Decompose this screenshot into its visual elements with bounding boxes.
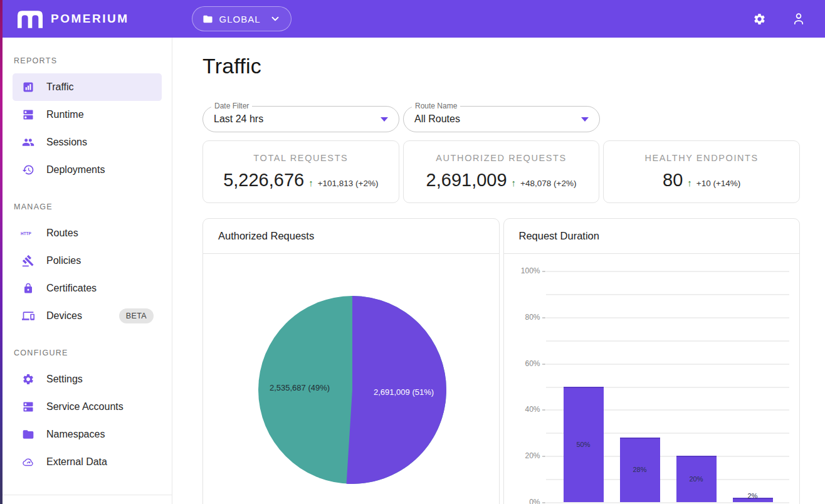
grid-line (546, 294, 789, 295)
sidebar-section-label: MANAGE (3, 184, 172, 219)
sidebar-item-sessions[interactable]: Sessions (13, 129, 162, 156)
stat-value-row: 5,226,676↑+101,813 (+2%) (223, 170, 378, 191)
page-title: Traffic (202, 54, 800, 78)
settings-gear-icon[interactable] (753, 13, 766, 26)
sidebar-item-runtime[interactable]: Runtime (13, 101, 162, 129)
people-icon (21, 136, 36, 149)
global-namespace-button[interactable]: GLOBAL (192, 6, 292, 31)
y-axis-tick-mark (542, 364, 545, 365)
grid-line (546, 317, 789, 318)
stat-value: 2,691,009 (426, 170, 507, 191)
pie-chart: 2,691,009 (51%)2,535,687 (49%) (203, 254, 499, 504)
stat-delta: +48,078 (+2%) (520, 179, 576, 188)
gavel-icon (21, 255, 36, 267)
top-bar: POMERIUM GLOBAL (3, 0, 825, 38)
stat-label: HEALTHY ENDPOINTS (644, 153, 758, 163)
y-axis-tick-mark (542, 271, 545, 272)
top-bar-actions (753, 11, 806, 26)
dns-icon (21, 108, 36, 121)
y-axis-tick-label: 0% (510, 498, 540, 504)
stat-value-row: 2,691,009↑+48,078 (+2%) (426, 170, 577, 191)
sidebar-item-label: Policies (46, 255, 81, 266)
stat-value: 5,226,676 (223, 170, 304, 191)
grid-line (546, 271, 789, 272)
history-icon (21, 164, 36, 176)
beta-badge: BETA (119, 308, 154, 323)
sidebar-item-label: Traffic (46, 81, 74, 93)
select-date-filter[interactable]: Date FilterLast 24 hrs (202, 106, 399, 132)
stat-label: TOTAL REQUESTS (253, 153, 348, 163)
http-icon: HTTP (21, 227, 36, 239)
bar-chart-icon (21, 81, 36, 93)
stat-delta: +101,813 (+2%) (318, 179, 379, 188)
y-axis-tick-mark (542, 409, 545, 411)
bar-value-label: 50% (564, 441, 604, 448)
cloud-sync-icon (21, 456, 36, 468)
y-axis-tick-label: 60% (510, 359, 540, 368)
grid-line (546, 364, 789, 365)
chevron-down-icon (270, 13, 281, 24)
lock-icon (21, 282, 36, 295)
stat-delta: +10 (+14%) (696, 179, 741, 188)
select-label: Date Filter (211, 102, 252, 110)
sidebar-item-routes[interactable]: HTTPRoutes (13, 219, 162, 247)
pomerium-logo-icon (16, 9, 44, 28)
stat-card-total-requests: TOTAL REQUESTS5,226,676↑+101,813 (+2%) (202, 140, 399, 203)
stat-label: AUTHORIZED REQUESTS (436, 153, 566, 163)
account-person-icon[interactable] (791, 11, 806, 26)
brand-name: POMERIUM (51, 12, 129, 26)
folder-icon (21, 428, 36, 441)
sidebar-item-deployments[interactable]: Deployments (13, 156, 162, 184)
authorized-requests-chart-card: Authorized Requests 2,691,009 (51%)2,535… (202, 218, 500, 504)
trend-up-arrow-icon: ↑ (687, 177, 692, 188)
sidebar-item-service-accounts[interactable]: Service Accounts (13, 393, 162, 421)
y-axis-tick-label: 100% (510, 266, 540, 275)
sidebar-section-manage: MANAGEHTTPRoutesPoliciesCertificatesDevi… (3, 184, 172, 330)
sidebar-item-label: Deployments (46, 164, 105, 176)
charts-row: Authorized Requests 2,691,009 (51%)2,535… (202, 218, 800, 504)
stat-value-row: 80↑+10 (+14%) (663, 170, 740, 191)
folder-icon (202, 14, 213, 24)
sidebar-item-external-data[interactable]: External Data (13, 448, 162, 476)
sidebar-item-label: Settings (46, 374, 83, 385)
y-axis-tick-label: 40% (510, 405, 540, 414)
dns-icon (21, 401, 36, 413)
y-axis-tick-label: 80% (510, 313, 540, 322)
global-label: GLOBAL (219, 14, 261, 24)
stat-cards-row: TOTAL REQUESTS5,226,676↑+101,813 (+2%)AU… (202, 140, 800, 203)
select-label: Route Name (412, 102, 460, 110)
sidebar-section-label: CONFIGURE (3, 330, 172, 365)
bar-value-label: 20% (676, 475, 717, 483)
sidebar-item-policies[interactable]: Policies (13, 247, 162, 275)
grid-line (546, 340, 789, 342)
grid-line (546, 502, 789, 503)
select-value: Last 24 hrs (214, 113, 263, 125)
svg-text:HTTP: HTTP (21, 231, 31, 236)
dropdown-arrow-icon (381, 117, 388, 122)
sidebar-item-devices[interactable]: DevicesBETA (13, 302, 162, 330)
sidebar-item-label: Routes (46, 228, 78, 239)
pie-slice-label: 2,691,009 (51%) (374, 387, 434, 397)
bar-value-label: 28% (620, 466, 660, 473)
sidebar-item-namespaces[interactable]: Namespaces (13, 421, 162, 448)
chart-title: Authorized Requests (203, 219, 499, 254)
bar-value-label: 2% (733, 492, 773, 500)
y-axis-tick-mark (542, 502, 545, 503)
sidebar-item-traffic[interactable]: Traffic (13, 73, 162, 101)
trend-up-arrow-icon: ↑ (512, 177, 517, 188)
gear-icon (21, 373, 36, 386)
stat-value: 80 (663, 170, 683, 191)
chart-title: Request Duration (504, 219, 800, 254)
y-axis-tick-mark (542, 456, 545, 457)
sidebar-item-settings[interactable]: Settings (13, 365, 162, 393)
brand: POMERIUM (16, 9, 129, 28)
sidebar-section-reports: REPORTSTrafficRuntimeSessionsDeployments (3, 38, 172, 184)
pomerium-dashboard: POMERIUM GLOBAL REPORTSTrafficRuntimeSes… (0, 0, 825, 504)
y-axis-tick-mark (542, 317, 545, 318)
sidebar-item-certificates[interactable]: Certificates (13, 275, 162, 302)
sidebar-item-label: Namespaces (46, 429, 105, 440)
select-route-name[interactable]: Route NameAll Routes (403, 106, 600, 132)
trend-up-arrow-icon: ↑ (308, 177, 313, 188)
dropdown-arrow-icon (581, 117, 589, 122)
request-duration-chart-card: Request Duration 0%20%40%60%80%100%50%28… (503, 218, 801, 504)
